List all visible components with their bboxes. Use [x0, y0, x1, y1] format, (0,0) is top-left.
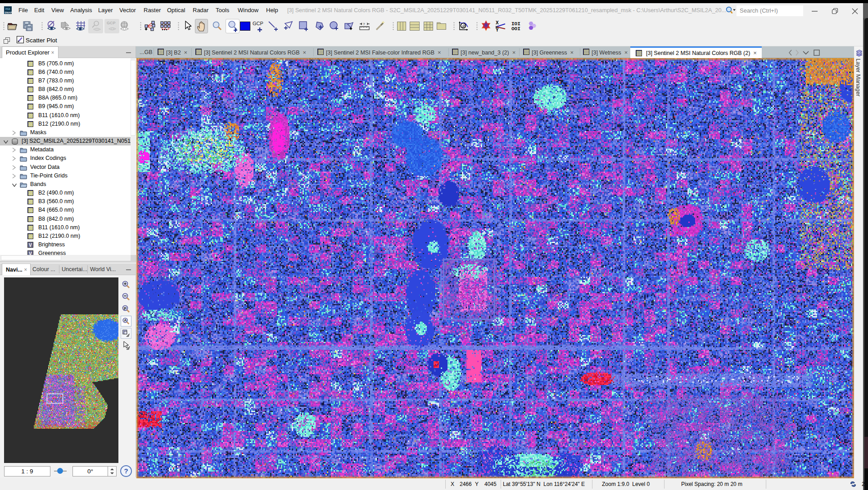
- svg-text:Y: Y: [496, 27, 499, 32]
- svg-text:OOI: OOI: [511, 26, 520, 32]
- svg-text:A: A: [124, 318, 127, 322]
- svg-text:GCP: GCP: [253, 21, 263, 26]
- svg-text:esa: esa: [5, 7, 10, 10]
- svg-text:SNAP: SNAP: [5, 11, 12, 14]
- svg-text:GCP: GCP: [107, 21, 116, 25]
- svg-text:?: ?: [363, 22, 365, 26]
- svg-text:X: X: [496, 20, 499, 25]
- svg-text:P: P: [124, 306, 127, 311]
